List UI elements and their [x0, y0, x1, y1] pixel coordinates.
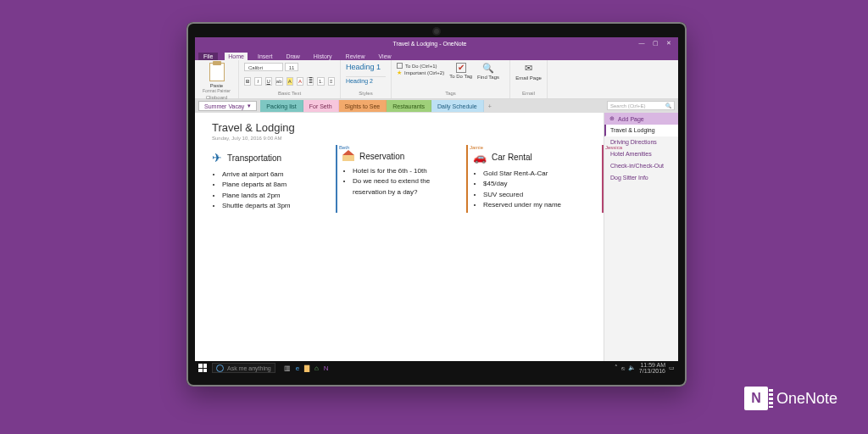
column-car-rental[interactable]: 🚗Car Rental Gold Star Rent-A-Car $45/day… — [473, 151, 592, 212]
taskbar-pinned: ▥ e ▇ ⌂ N — [281, 364, 329, 372]
checkbox-icon — [397, 63, 403, 69]
list-item[interactable]: Plane lands at 2pm — [222, 191, 331, 201]
style-heading1[interactable]: Heading 1 — [346, 63, 386, 71]
group-basic-text: Calibri 11 B I U ab A A ≣ 1. ≡ Basic Tex… — [239, 60, 341, 98]
taskview-icon[interactable]: ▥ — [284, 364, 291, 372]
clock-time[interactable]: 11:59 AM — [639, 362, 665, 368]
section-tab-forseth[interactable]: For Seth — [303, 100, 339, 112]
page-list-item[interactable]: Travel & Lodging — [604, 125, 678, 136]
column-reservation[interactable]: Reservation Hotel is for the 6th - 10th … — [342, 151, 461, 212]
list-item[interactable]: Shuttle departs at 3pm — [222, 201, 331, 211]
tab-home[interactable]: Home — [225, 53, 248, 60]
clock-date[interactable]: 7/13/2016 — [639, 368, 665, 374]
onenote-logo-icon: N — [744, 387, 768, 410]
list-item[interactable]: SUV secured — [483, 190, 592, 200]
list-item[interactable]: Arrive at airport 6am — [222, 170, 331, 180]
maximize-button[interactable]: ▢ — [649, 40, 661, 47]
star-icon: ★ — [397, 70, 402, 76]
ribbon-tabs: File Home Insert Draw History Review Vie… — [195, 49, 678, 60]
start-button[interactable] — [198, 364, 207, 372]
tab-insert[interactable]: Insert — [254, 53, 276, 60]
cortana-icon — [216, 364, 224, 372]
list-item[interactable]: Reserved under my name — [483, 200, 592, 210]
close-button[interactable]: ✕ — [663, 40, 675, 47]
camera-icon — [434, 29, 439, 34]
cortana-search[interactable]: Ask me anything — [212, 363, 275, 373]
add-section-button[interactable]: + — [484, 103, 496, 109]
font-name-select[interactable]: Calibri — [244, 63, 283, 71]
list-item[interactable]: $45/day — [483, 179, 592, 189]
bullets-button[interactable]: ≣ — [307, 77, 314, 86]
email-page-button[interactable]: ✉ Email Page — [515, 63, 542, 81]
column-transportation[interactable]: ✈Transportation Arrive at airport 6am Pl… — [212, 151, 331, 212]
store-icon[interactable]: ⌂ — [314, 364, 319, 372]
group-styles: Heading 1 Heading 2 Styles — [341, 60, 392, 98]
window-title: Travel & Lodging - OneNote — [393, 41, 467, 47]
onenote-taskbar-icon[interactable]: N — [324, 364, 329, 372]
onenote-brand-label: OneNote — [776, 390, 837, 408]
tags-group-label: Tags — [397, 91, 504, 96]
author-indicator-jessica: Jessica — [602, 145, 622, 213]
wifi-icon[interactable]: ⎋ — [621, 365, 625, 371]
tag-gallery[interactable]: To Do (Ctrl+1) ★Important (Ctrl+2) — [397, 63, 444, 76]
plus-circle-icon: ⊕ — [609, 115, 615, 122]
style-heading2[interactable]: Heading 2 — [346, 76, 386, 84]
section-tab-packing[interactable]: Packing list — [260, 100, 303, 112]
add-page-button[interactable]: ⊕ Add Page — [604, 113, 678, 125]
group-email: ✉ Email Page Email — [510, 60, 548, 98]
search-input[interactable]: Search (Ctrl+E) 🔍 — [607, 101, 675, 110]
page-title[interactable]: Travel & Lodging — [212, 121, 592, 134]
action-center-icon[interactable]: ▭ — [669, 364, 675, 371]
tab-draw[interactable]: Draw — [282, 53, 303, 60]
onenote-brand: N OneNote — [744, 387, 837, 410]
group-tags: To Do (Ctrl+1) ★Important (Ctrl+2) To Do… — [392, 60, 510, 98]
search-icon: 🔍 — [665, 103, 671, 108]
notebook-selector[interactable]: Summer Vacay▾ — [198, 101, 257, 111]
paste-icon[interactable] — [209, 63, 225, 81]
edge-icon[interactable]: e — [296, 364, 299, 372]
window-titlebar: Travel & Lodging - OneNote — ▢ ✕ — [195, 37, 678, 49]
tab-view[interactable]: View — [376, 53, 395, 60]
todo-tag-button[interactable]: To Do Tag — [449, 63, 472, 79]
list-item[interactable]: Gold Star Rent-A-Car — [483, 169, 592, 179]
author-indicator-jamie: Jamie — [466, 145, 483, 213]
search-icon: 🔍 — [482, 63, 494, 74]
list-item[interactable]: Plane departs at 8am — [222, 180, 331, 190]
tray-expand-icon[interactable]: ˄ — [615, 364, 618, 371]
tab-review[interactable]: Review — [342, 53, 369, 60]
section-tab-daily[interactable]: Daily Schedule — [431, 100, 484, 112]
numbering-button[interactable]: 1. — [317, 77, 324, 86]
highlight-button[interactable]: A — [287, 77, 293, 86]
group-clipboard: Paste Format Painter Clipboard — [195, 60, 239, 98]
font-color-button[interactable]: A — [297, 77, 303, 86]
tablet-frame: Travel & Lodging - OneNote — ▢ ✕ File Ho… — [186, 22, 687, 387]
explorer-icon[interactable]: ▇ — [304, 364, 309, 372]
align-button[interactable]: ≡ — [328, 77, 335, 86]
list-item[interactable]: Do we need to extend the reservation by … — [353, 176, 461, 198]
mail-icon: ✉ — [525, 63, 532, 74]
minimize-button[interactable]: — — [636, 40, 648, 46]
section-strip: Summer Vacay▾ Packing list For Seth Sigh… — [195, 99, 678, 113]
italic-button[interactable]: I — [254, 77, 261, 86]
section-tab-sights[interactable]: Sights to See — [339, 100, 387, 112]
basic-text-group-label: Basic Text — [244, 91, 335, 96]
list-item[interactable]: Hotel is for the 6th - 10th — [353, 166, 461, 176]
bold-button[interactable]: B — [244, 77, 251, 86]
find-tags-button[interactable]: 🔍 Find Tags — [477, 63, 499, 80]
strike-button[interactable]: ab — [275, 77, 283, 86]
note-page[interactable]: Travel & Lodging Sunday, July 10, 2016 9… — [195, 113, 604, 361]
font-size-select[interactable]: 11 — [285, 63, 298, 71]
underline-button[interactable]: U — [265, 77, 272, 86]
page-date: Sunday, July 10, 2016 9:00 AM — [212, 136, 592, 141]
volume-icon[interactable]: 🔈 — [628, 364, 636, 371]
ribbon: Paste Format Painter Clipboard Calibri 1… — [195, 60, 678, 99]
plane-icon: ✈ — [212, 151, 222, 164]
taskbar: Ask me anything ▥ e ▇ ⌂ N ˄ ⎋ 🔈 11:59 AM… — [195, 361, 678, 375]
todo-check-icon — [456, 63, 466, 73]
section-tab-restaurants[interactable]: Restaurants — [387, 100, 431, 112]
styles-group-label: Styles — [346, 91, 386, 96]
tab-history[interactable]: History — [310, 53, 336, 60]
format-painter-button[interactable]: Format Painter — [200, 88, 233, 93]
tab-file[interactable]: File — [198, 53, 218, 60]
screen: Travel & Lodging - OneNote — ▢ ✕ File Ho… — [195, 37, 678, 375]
